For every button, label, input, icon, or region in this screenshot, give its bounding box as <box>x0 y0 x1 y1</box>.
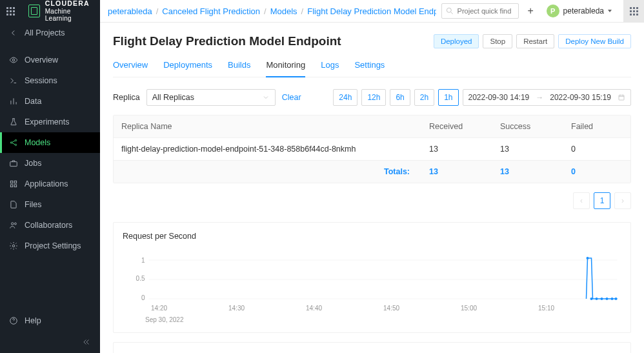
tabs: Overview Deployments Builds Monitoring L… <box>113 60 631 77</box>
svg-line-1 <box>450 12 452 14</box>
main-content: Flight Delay Prediction Model Endpoint D… <box>100 23 644 353</box>
sidebar-item-collaborators[interactable]: Collaborators <box>0 215 100 236</box>
svg-text:15:00: 15:00 <box>461 305 477 312</box>
svg-point-12 <box>14 223 16 225</box>
svg-text:14:40: 14:40 <box>306 305 322 312</box>
svg-rect-6 <box>10 162 17 166</box>
apps-grid-left[interactable] <box>0 0 21 23</box>
chevron-double-left-icon <box>82 338 91 347</box>
svg-point-32 <box>606 298 609 300</box>
restart-button[interactable]: Restart <box>516 34 554 48</box>
breadcrumb-link[interactable]: Canceled Flight Prediction <box>162 6 260 16</box>
timerange-24h[interactable]: 24h <box>333 89 357 106</box>
sidebar-item-experiments[interactable]: Experiments <box>0 112 100 132</box>
page-next-button[interactable]: › <box>614 192 631 209</box>
timerange-1h[interactable]: 1h <box>438 89 458 106</box>
page-actions: Deployed Stop Restart Deploy New Build <box>434 34 631 48</box>
sidebar-item-sessions[interactable]: Sessions <box>0 70 100 91</box>
chevron-down-icon <box>608 10 612 12</box>
breadcrumb: peterableda / Canceled Flight Prediction… <box>108 6 436 16</box>
sidebar-item-jobs[interactable]: Jobs <box>0 153 100 174</box>
collapse-sidebar-button[interactable] <box>0 331 100 353</box>
pagination: ‹ 1 › <box>113 192 631 209</box>
tab-deployments[interactable]: Deployments <box>163 60 212 77</box>
sidebar-item-project-settings[interactable]: Project Settings <box>0 236 100 256</box>
tab-builds[interactable]: Builds <box>228 60 250 77</box>
avatar: P <box>547 5 559 17</box>
sidebar-back-all-projects[interactable]: All Projects <box>0 23 100 43</box>
add-button[interactable]: + <box>524 3 538 19</box>
svg-point-0 <box>447 8 451 12</box>
sidebar-item-models[interactable]: Models <box>0 132 100 153</box>
svg-rect-10 <box>14 185 17 187</box>
svg-text:14:50: 14:50 <box>383 305 399 312</box>
svg-point-3 <box>10 142 12 143</box>
sidebar-item-data[interactable]: Data <box>0 91 100 112</box>
svg-rect-15 <box>619 96 624 101</box>
svg-point-13 <box>12 245 15 247</box>
models-icon <box>9 138 18 147</box>
brand-text: CLOUDERAMachine Learning <box>45 0 92 22</box>
chart-nreq: Number of Requests <box>113 342 631 353</box>
breadcrumb-sep: / <box>156 6 159 16</box>
help-icon <box>9 316 18 325</box>
svg-text:0.5: 0.5 <box>136 275 145 282</box>
svg-text:14:30: 14:30 <box>228 305 245 312</box>
svg-rect-8 <box>14 181 17 183</box>
sidebar-item-applications[interactable]: Applications <box>0 174 100 194</box>
brand-block[interactable]: CLOUDERAMachine Learning <box>21 0 100 23</box>
stop-button[interactable]: Stop <box>483 34 512 48</box>
tab-logs[interactable]: Logs <box>321 60 339 77</box>
table-row[interactable]: flight-delay-prediction-model-endpoint-5… <box>114 137 630 160</box>
tab-monitoring[interactable]: Monitoring <box>266 60 305 77</box>
gear-icon <box>9 241 18 250</box>
date-range-picker[interactable]: 2022-09-30 14:19 → 2022-09-30 15:19 <box>463 89 632 106</box>
grid-icon <box>630 7 638 15</box>
user-name: peterableda <box>563 6 604 15</box>
deploy-new-build-button[interactable]: Deploy New Build <box>558 34 631 48</box>
users-icon <box>9 221 18 230</box>
apps-grid-right[interactable] <box>623 0 644 23</box>
svg-point-2 <box>12 59 15 61</box>
calendar-icon <box>618 94 625 101</box>
replica-select[interactable]: All Replicas <box>146 89 276 106</box>
svg-rect-9 <box>10 185 13 187</box>
breadcrumb-link[interactable]: Flight Delay Prediction Model Endpoint <box>307 6 436 16</box>
chart-title: Request per Second <box>123 232 621 241</box>
flask-icon <box>9 117 18 126</box>
svg-text:15:10: 15:10 <box>538 305 554 312</box>
status-deployed-badge: Deployed <box>434 34 479 48</box>
tab-settings[interactable]: Settings <box>354 60 385 77</box>
sidebar-item-help[interactable]: Help <box>0 310 100 331</box>
table-header: Replica Name Received Success Failed <box>114 116 630 137</box>
breadcrumb-row: peterableda / Canceled Flight Prediction… <box>100 3 623 19</box>
sidebar-item-files[interactable]: Files <box>0 194 100 215</box>
timerange-12h[interactable]: 12h <box>361 89 386 106</box>
clear-filter-link[interactable]: Clear <box>282 93 301 102</box>
svg-point-33 <box>611 298 614 300</box>
sidebar-item-overview[interactable]: Overview <box>0 50 100 70</box>
rps-chart-svg: 1 0.5 0 14:20 14:30 14:40 14:50 15:00 15… <box>123 247 621 315</box>
breadcrumb-link[interactable]: Models <box>270 6 297 16</box>
arrow-right-icon: → <box>536 93 543 102</box>
replica-table: Replica Name Received Success Failed fli… <box>113 115 631 183</box>
user-menu[interactable]: P peterableda <box>543 5 616 17</box>
tab-overview[interactable]: Overview <box>113 60 148 77</box>
grid-icon <box>6 7 15 15</box>
svg-rect-7 <box>10 181 13 183</box>
page-prev-button[interactable]: ‹ <box>573 192 590 209</box>
file-icon <box>9 200 18 209</box>
quick-find-wrap <box>441 3 519 19</box>
apps-icon <box>9 179 18 188</box>
page-number-button[interactable]: 1 <box>594 192 610 209</box>
briefcase-icon <box>9 159 18 168</box>
breadcrumb-link[interactable]: peterableda <box>108 6 152 16</box>
page-title: Flight Delay Prediction Model Endpoint <box>113 34 341 48</box>
timerange-6h[interactable]: 6h <box>390 89 410 106</box>
svg-point-5 <box>15 144 16 145</box>
chart-rps: Request per Second 1 0.5 0 14:20 14:30 1… <box>113 222 631 333</box>
chevron-down-icon <box>262 94 270 101</box>
top-bar: CLOUDERAMachine Learning peterableda / C… <box>0 0 644 23</box>
timerange-2h[interactable]: 2h <box>414 89 434 106</box>
table-totals: Totals: 13 13 0 <box>114 160 630 183</box>
